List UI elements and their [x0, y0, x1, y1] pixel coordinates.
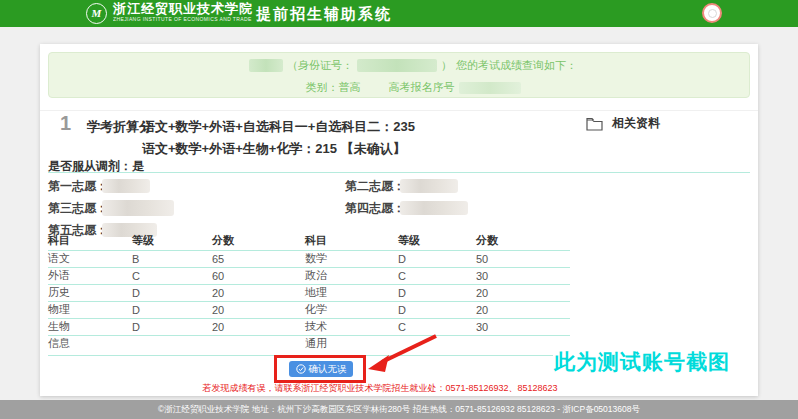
cell-score: 20 — [476, 301, 570, 318]
score-notice-banner: （身份证号： ） 您的考试成绩查询如下： 类别：普高 高考报名序号 — [48, 52, 750, 98]
annotation-arrow-icon — [362, 332, 440, 376]
cell-subject: 物理 — [48, 301, 132, 318]
cell-score: 60 — [212, 267, 305, 284]
cell-subject: 地理 — [305, 284, 398, 301]
cell-grade: C — [132, 267, 212, 284]
volunteer-2-label: 第二志愿： — [345, 178, 405, 195]
redacted-volunteer-2 — [400, 179, 458, 193]
school-logo-text: 浙江经贸职业技术学院 ZHEJIANG INSTITUTE OF ECONOMI… — [113, 2, 253, 23]
table-row: 信息 通用 — [48, 335, 570, 352]
cell-score: 20 — [212, 284, 305, 301]
cell-score: 20 — [212, 318, 305, 335]
cell-score: 30 — [476, 318, 570, 335]
cell-grade: C — [398, 267, 476, 284]
table-row: 历史 D 20 地理 D 20 — [48, 284, 570, 301]
user-avatar-icon[interactable] — [702, 3, 722, 23]
volunteer-3-label: 第三志愿： — [48, 200, 108, 217]
redacted-volunteer-4 — [400, 201, 468, 215]
score-formula-2: 语文+数学+外语+生物+化学：215 【未确认】 — [142, 140, 406, 158]
avatar-placeholder-icon — [708, 9, 717, 18]
col-header: 等级 — [398, 232, 476, 250]
serial-label: 高考报名序号 — [389, 80, 455, 95]
notice-line-2: 类别：普高 高考报名序号 — [77, 78, 749, 97]
col-header: 科目 — [48, 232, 132, 250]
cell-score — [212, 335, 305, 352]
id-label: （身份证号： — [287, 58, 353, 73]
cell-grade: B — [132, 250, 212, 267]
table-row: 外语 C 60 政治 C 30 — [48, 267, 570, 284]
score-formula-1: 语文+数学+外语+自选科目一+自选科目二：235 — [142, 118, 415, 136]
cell-subject: 数学 — [305, 250, 398, 267]
id-label-close: ） — [441, 58, 452, 73]
category-label: 类别：普高 — [306, 80, 361, 95]
notice-line-1: （身份证号： ） 您的考试成绩查询如下： — [77, 56, 749, 75]
col-header: 分数 — [476, 232, 570, 250]
redacted-student-name — [249, 59, 283, 72]
related-materials-link[interactable]: 相关资料 — [586, 115, 660, 132]
table-row: 生物 D 20 技术 C 30 — [48, 318, 570, 335]
folder-icon — [586, 117, 603, 131]
cell-score: 30 — [476, 267, 570, 284]
volunteer-1-label: 第一志愿： — [48, 178, 108, 195]
cell-subject: 外语 — [48, 267, 132, 284]
school-name-en: ZHEJIANG INSTITUTE OF ECONOMICS AND TRAD… — [113, 16, 253, 23]
section-index: 1 — [60, 112, 71, 135]
related-materials-label: 相关资料 — [612, 115, 660, 132]
test-account-note: 此为测试账号截图 — [554, 348, 730, 376]
redacted-id-number — [357, 59, 437, 72]
volunteer-4-label: 第四志愿： — [345, 200, 405, 217]
school-name: 浙江经贸职业技术学院 — [113, 2, 253, 16]
cell-score: 20 — [212, 301, 305, 318]
cell-grade: D — [132, 318, 212, 335]
section-divider — [40, 110, 758, 111]
cell-grade: D — [132, 284, 212, 301]
col-header: 等级 — [132, 232, 212, 250]
app-header: M 浙江经贸职业技术学院 ZHEJIANG INSTITUTE OF ECONO… — [0, 0, 798, 27]
cell-grade: D — [132, 301, 212, 318]
cell-subject: 语文 — [48, 250, 132, 267]
error-contact-warning: 若发现成绩有误，请联系浙江经贸职业技术学院招生就业处：0571-85126932… — [40, 382, 720, 395]
table-row: 语文 B 65 数学 D 50 — [48, 250, 570, 267]
cell-grade: D — [398, 284, 476, 301]
table-header-row: 科目 等级 分数 科目 等级 分数 — [48, 232, 570, 250]
cell-subject: 生物 — [48, 318, 132, 335]
check-circle-icon — [296, 364, 306, 374]
redacted-volunteer-1 — [102, 179, 150, 193]
separator-line — [48, 172, 750, 173]
redacted-serial-number — [459, 82, 521, 94]
col-header: 分数 — [212, 232, 305, 250]
cell-grade — [132, 335, 212, 352]
cell-grade: D — [398, 301, 476, 318]
redacted-volunteer-3 — [102, 200, 174, 216]
cell-score: 50 — [476, 250, 570, 267]
confirm-button-label: 确认无误 — [309, 363, 347, 376]
cell-score: 20 — [476, 284, 570, 301]
table-row: 物理 D 20 化学 D 20 — [48, 301, 570, 318]
col-header: 科目 — [305, 232, 398, 250]
cell-subject: 历史 — [48, 284, 132, 301]
system-title: 提前招生辅助系统 — [256, 0, 392, 27]
score-table: 科目 等级 分数 科目 等级 分数 语文 B 65 数学 D 50 外语 C 6… — [48, 232, 570, 352]
school-seal-icon: M — [86, 3, 107, 24]
notice-text: 您的考试成绩查询如下： — [456, 58, 577, 73]
cell-subject: 政治 — [305, 267, 398, 284]
page-footer: ©浙江经贸职业技术学院 地址：杭州下沙高教园区东区学林街280号 招生热线：05… — [0, 400, 798, 419]
cell-subject: 信息 — [48, 335, 132, 352]
cell-subject: 化学 — [305, 301, 398, 318]
cell-score: 65 — [212, 250, 305, 267]
cell-grade: D — [398, 250, 476, 267]
confirm-button[interactable]: 确认无误 — [289, 361, 353, 377]
